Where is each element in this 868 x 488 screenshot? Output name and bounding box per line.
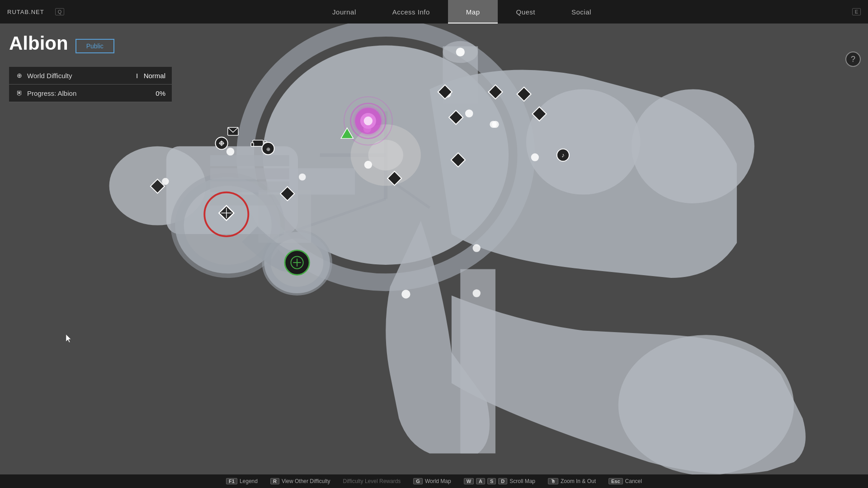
hint-difficulty-rewards-label: Difficulty Level Rewards: [343, 478, 401, 484]
progress-label: ⛨ Progress: Albion: [9, 84, 113, 102]
hint-scroll-map: W A S D Scroll Map: [464, 478, 535, 484]
bottombar: F1 Legend R View Other Difficulty Diffic…: [0, 474, 868, 488]
svg-point-36: [490, 121, 497, 128]
svg-point-35: [531, 153, 539, 161]
svg-point-39: [472, 289, 480, 297]
svg-rect-72: [251, 143, 254, 146]
difficulty-row: ⊕ World Difficulty I Normal: [9, 67, 172, 84]
hint-scroll-map-label: Scroll Map: [509, 478, 535, 484]
nav-key-right: E: [852, 8, 861, 15]
zone-header: Albion Public: [9, 33, 172, 60]
progress-icon: ⛨: [15, 89, 24, 97]
zone-access-button[interactable]: Public: [75, 39, 114, 53]
key-g: G: [413, 478, 423, 484]
hint-difficulty-rewards: Difficulty Level Rewards: [343, 478, 401, 484]
nav-quest[interactable]: Quest: [498, 0, 553, 23]
svg-point-32: [299, 174, 306, 181]
key-esc: Esc: [609, 478, 623, 484]
zone-title: Albion: [9, 33, 68, 54]
svg-rect-71: [253, 140, 263, 146]
key-a: A: [476, 478, 485, 484]
hint-zoom-label: Zoom In & Out: [561, 478, 596, 484]
progress-value: 0%: [113, 84, 172, 102]
nav-key-left: Q: [55, 8, 65, 15]
svg-rect-73: [263, 141, 267, 142]
svg-rect-24: [210, 168, 289, 179]
nav-map[interactable]: Map: [448, 0, 498, 23]
nav-journal[interactable]: Journal: [314, 0, 374, 23]
help-button[interactable]: ?: [845, 52, 861, 67]
hint-other-difficulty: R View Other Difficulty: [270, 478, 330, 484]
nav-access-info[interactable]: Access Info: [374, 0, 448, 23]
progress-row: ⛨ Progress: Albion 0%: [9, 84, 172, 102]
map-area[interactable]: ♪ ⊕ Albion Public: [0, 23, 868, 474]
svg-point-33: [226, 148, 234, 155]
key-r: R: [270, 478, 279, 484]
svg-point-34: [364, 161, 372, 169]
hint-zoom: 🖱 Zoom In & Out: [548, 478, 596, 484]
key-w: W: [464, 478, 474, 484]
left-panel: Albion Public ⊕ World Difficulty I Norma…: [9, 33, 172, 102]
svg-point-7: [526, 89, 640, 195]
key-f1: F1: [226, 478, 237, 484]
difficulty-value: I Normal: [113, 67, 172, 84]
brand-logo: RUTAB.NET: [0, 9, 52, 15]
key-mouse: 🖱: [548, 478, 558, 484]
nav-items: Journal Access Info Map Quest Social: [71, 0, 852, 23]
svg-point-38: [472, 244, 480, 252]
hint-other-difficulty-label: View Other Difficulty: [282, 478, 330, 484]
difficulty-icon: ⊕: [15, 71, 24, 80]
svg-rect-25: [210, 181, 289, 192]
svg-point-27: [456, 47, 465, 56]
svg-text:⊕: ⊕: [266, 146, 270, 152]
hint-legend-label: Legend: [240, 478, 258, 484]
svg-point-70: [162, 178, 169, 185]
svg-rect-23: [210, 155, 289, 166]
info-table: ⊕ World Difficulty I Normal ⛨ Progress: …: [9, 67, 172, 102]
svg-point-8: [632, 89, 755, 203]
topbar: RUTAB.NET Q Journal Access Info Map Ques…: [0, 0, 868, 23]
hint-cancel: Esc Cancel: [609, 478, 642, 484]
svg-point-57: [364, 117, 373, 125]
key-s: S: [487, 478, 496, 484]
difficulty-label: ⊕ World Difficulty: [9, 67, 113, 84]
svg-point-29: [465, 109, 473, 117]
key-d: D: [498, 478, 507, 484]
hint-world-map: G World Map: [413, 478, 451, 484]
hint-world-map-label: World Map: [425, 478, 451, 484]
svg-point-9: [618, 335, 794, 474]
hint-cancel-label: Cancel: [625, 478, 642, 484]
hint-legend: F1 Legend: [226, 478, 258, 484]
nav-social[interactable]: Social: [553, 0, 609, 23]
svg-point-37: [401, 290, 410, 298]
svg-text:♪: ♪: [561, 152, 565, 159]
